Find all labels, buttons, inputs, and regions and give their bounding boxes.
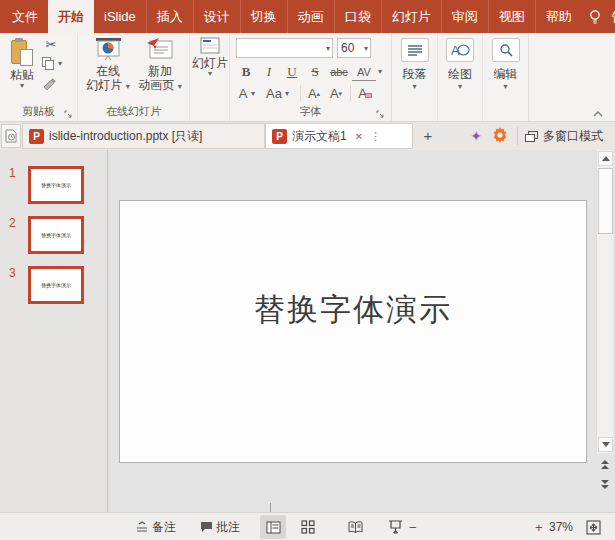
strikethrough-button[interactable]: S [305, 63, 325, 81]
comments-button[interactable]: 批注 [216, 513, 240, 540]
menu-tab-help[interactable]: 帮助 [535, 0, 582, 33]
new-slide-button[interactable]: 幻灯片 ▾ [192, 37, 228, 78]
document-tab-presentation1[interactable]: P 演示文稿1 ✕ ⋮ [265, 123, 413, 149]
next-slide-button[interactable] [598, 478, 611, 491]
menu-tab-view[interactable]: 视图 [488, 0, 535, 33]
menu-tab-insert[interactable]: 插入 [146, 0, 193, 33]
menu-tab-animations[interactable]: 动画 [287, 0, 334, 33]
text-shadow-button[interactable]: abc [326, 63, 352, 81]
dropdown-arrow-icon[interactable]: ▾ [364, 45, 368, 53]
windows-icon [525, 131, 538, 142]
online-slides-label-1: 在线 [84, 64, 132, 78]
online-slides-button[interactable]: 在线 幻灯片 ▾ [84, 37, 132, 92]
bold-button[interactable]: B [236, 63, 256, 81]
close-tab-icon[interactable]: ✕ [355, 131, 363, 142]
vertical-scrollbar[interactable] [596, 150, 613, 453]
menu-tab-pocket[interactable]: 口袋 [334, 0, 381, 33]
normal-view-button[interactable] [260, 515, 286, 539]
menu-tab-review[interactable]: 审阅 [441, 0, 488, 33]
dropdown-arrow-icon[interactable]: ▾ [251, 90, 255, 98]
zoom-level-value[interactable]: 37% [549, 513, 573, 540]
scrollbar-thumb[interactable] [598, 168, 613, 234]
grow-font-button[interactable]: A▴ [306, 85, 322, 103]
editing-button[interactable]: 编辑 ▾ [488, 38, 524, 91]
change-case-button[interactable]: Aa [264, 85, 284, 103]
scroll-up-button[interactable] [598, 151, 613, 166]
slide-thumbnail-image[interactable]: 替换字体演示 [28, 166, 84, 204]
zoom-out-button[interactable]: − [409, 513, 417, 540]
font-name-combobox[interactable]: ▾ [236, 38, 333, 58]
copy-dropdown-arrow-icon[interactable]: ▾ [58, 60, 62, 68]
menu-tab-home[interactable]: 开始 [48, 0, 94, 33]
settings-gear-icon[interactable] [491, 126, 511, 146]
tab-more-icon[interactable]: ⋮ [370, 130, 381, 143]
scroll-down-button[interactable] [598, 437, 613, 452]
format-painter-button[interactable] [42, 77, 58, 91]
slide-thumbnail-2[interactable]: 2 替换字体演示 [0, 216, 108, 256]
notes-splitter-handle[interactable] [270, 503, 271, 512]
menu-tab-file[interactable]: 文件 [0, 0, 48, 33]
slide-canvas[interactable]: 替换字体演示 [119, 200, 587, 463]
slide-icon [200, 37, 220, 54]
dropdown-arrow-icon: ▾ [126, 82, 130, 91]
drawing-icon: A [446, 38, 474, 62]
font-size-combobox[interactable]: 60 ▾ [337, 38, 371, 58]
tell-me-button[interactable]: 告诉我 [608, 0, 615, 33]
recent-documents-button[interactable] [1, 124, 21, 148]
underline-button[interactable]: U [282, 63, 302, 81]
paste-button[interactable]: 粘贴 ▾ [4, 37, 40, 90]
font-dialog-launcher[interactable] [376, 108, 385, 117]
notes-button[interactable]: 备注 [152, 513, 176, 540]
clipboard-dialog-launcher[interactable] [64, 108, 73, 117]
paragraph-button[interactable]: 段落 ▾ [397, 38, 433, 91]
new-animation-page-button[interactable]: 新加 动画页 ▾ [134, 37, 186, 92]
dropdown-arrow-icon[interactable]: ▾ [326, 45, 330, 53]
new-animation-page-icon [146, 37, 174, 61]
collapse-ribbon-button[interactable] [591, 106, 605, 118]
slide-title-text[interactable]: 替换字体演示 [120, 289, 586, 331]
magic-wand-icon[interactable]: ✦ [466, 126, 486, 146]
triangle-up-icon [602, 156, 610, 161]
powerpoint-icon: P [29, 129, 44, 144]
slide-number: 3 [9, 266, 16, 280]
menu-tab-transitions[interactable]: 切换 [240, 0, 287, 33]
font-group-label: 字体 [230, 104, 391, 119]
slide-thumbnail-1[interactable]: 1 替换字体演示 [0, 166, 108, 206]
slide-sorter-view-button[interactable] [299, 513, 317, 540]
previous-slide-button[interactable] [598, 458, 611, 471]
character-spacing-button[interactable]: AV [352, 63, 376, 81]
format-painter-icon [42, 77, 58, 91]
reading-view-button[interactable] [346, 513, 364, 540]
slideshow-button[interactable] [386, 513, 404, 540]
menu-tab-slideshow[interactable]: 幻灯片 [381, 0, 441, 33]
document-tab-islide-introduction[interactable]: P islide-introduction.pptx [只读] [22, 123, 265, 149]
new-tab-button[interactable]: + [418, 125, 438, 147]
slide-number: 1 [9, 166, 16, 180]
fit-slide-to-window-button[interactable] [584, 513, 602, 540]
menu-tab-islide[interactable]: iSlide [94, 0, 146, 33]
multi-window-mode-button[interactable]: 多窗口模式 [525, 124, 603, 148]
magnifier-icon [492, 38, 520, 62]
slide-thumbnail-image[interactable]: 替换字体演示 [28, 216, 84, 254]
history-icon [5, 129, 18, 143]
cut-button[interactable]: ✂ [42, 37, 60, 53]
dropdown-arrow-icon[interactable]: ▾ [378, 68, 382, 76]
italic-button[interactable]: I [259, 63, 279, 81]
font-color-button[interactable]: A [236, 85, 250, 103]
shrink-font-button[interactable]: A▾ [328, 85, 344, 103]
dropdown-arrow-icon: ▾ [488, 83, 524, 91]
slide-thumbnail-3[interactable]: 3 替换字体演示 [0, 266, 108, 306]
menu-bar: 文件 开始 iSlide 插入 设计 切换 动画 口袋 幻灯片 审阅 视图 帮助… [0, 0, 615, 33]
powerpoint-icon: P [272, 129, 287, 144]
zoom-in-button[interactable]: + [535, 513, 543, 540]
multi-window-label: 多窗口模式 [543, 128, 603, 145]
dropdown-arrow-icon: ▾ [397, 83, 433, 91]
copy-button[interactable] [42, 57, 56, 70]
svg-text:A: A [451, 43, 460, 57]
slide-thumbnail-image[interactable]: 替换字体演示 [28, 266, 84, 304]
menu-tab-design[interactable]: 设计 [193, 0, 240, 33]
drawing-button[interactable]: A 绘图 ▾ [442, 38, 478, 91]
thumbnail-text: 替换字体演示 [41, 282, 71, 288]
dropdown-arrow-icon[interactable]: ▾ [285, 90, 289, 98]
clear-formatting-button[interactable]: A [356, 85, 374, 103]
